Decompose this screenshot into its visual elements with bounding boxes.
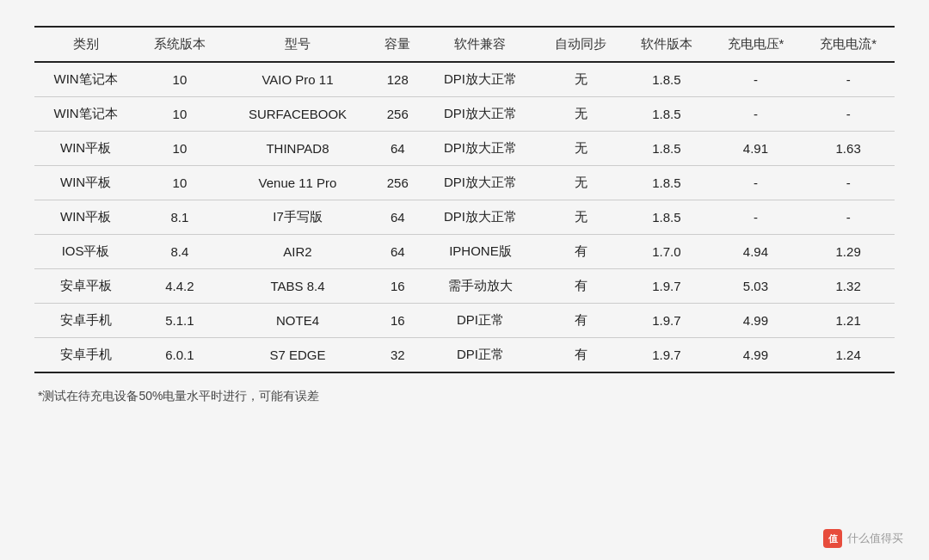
table-cell: 4.99	[710, 338, 803, 373]
table-row: WIN平板10Venue 11 Pro256DPI放大正常无1.8.5--	[34, 166, 895, 200]
table-row: WIN平板10THINPAD864DPI放大正常无1.8.54.911.63	[34, 132, 895, 166]
table-cell: 10	[137, 132, 223, 166]
table-cell: -	[802, 97, 895, 132]
table-cell: 1.24	[802, 338, 895, 373]
table-cell: 有	[538, 269, 624, 304]
table-cell: 8.4	[137, 235, 223, 269]
table-cell: 4.94	[710, 235, 803, 269]
table-cell: WIN笔记本	[34, 62, 137, 97]
table-cell: IOS平板	[34, 235, 137, 269]
table-cell: 安卓手机	[34, 338, 137, 373]
watermark: 值 什么值得买	[823, 529, 903, 548]
column-header: 充电电压*	[710, 27, 803, 62]
table-cell: 1.9.7	[624, 338, 710, 373]
table-cell: 需手动放大	[422, 269, 538, 304]
table-row: WIN平板8.1I7手写版64DPI放大正常无1.8.5--	[34, 200, 895, 235]
table-cell: 无	[538, 200, 624, 235]
footnote: *测试在待充电设备50%电量水平时进行，可能有误差	[34, 389, 895, 404]
table-cell: DPI放大正常	[422, 62, 538, 97]
table-cell: 16	[372, 304, 422, 338]
table-cell: 1.9.7	[624, 269, 710, 304]
table-cell: DPI放大正常	[422, 166, 538, 200]
table-cell: -	[710, 97, 803, 132]
table-cell: NOTE4	[223, 304, 373, 338]
table-cell: 10	[137, 62, 223, 97]
table-cell: AIR2	[223, 235, 373, 269]
table-cell: VAIO Pro 11	[223, 62, 373, 97]
table-row: IOS平板8.4AIR264IPHONE版有1.7.04.941.29	[34, 235, 895, 269]
table-cell: IPHONE版	[422, 235, 538, 269]
table-cell: -	[802, 166, 895, 200]
table-cell: 64	[372, 200, 422, 235]
table-cell: 4.4.2	[137, 269, 223, 304]
column-header: 软件兼容	[422, 27, 538, 62]
table-cell: 5.03	[710, 269, 803, 304]
table-cell: 5.1.1	[137, 304, 223, 338]
table-cell: 8.1	[137, 200, 223, 235]
table-cell: 1.8.5	[624, 200, 710, 235]
table-cell: 10	[137, 166, 223, 200]
compatibility-table: 类别系统版本型号容量软件兼容自动同步软件版本充电电压*充电电流* WIN笔记本1…	[34, 26, 895, 373]
column-header: 型号	[223, 27, 373, 62]
table-cell: WIN平板	[34, 166, 137, 200]
table-wrapper: 类别系统版本型号容量软件兼容自动同步软件版本充电电压*充电电流* WIN笔记本1…	[34, 26, 895, 404]
table-cell: I7手写版	[223, 200, 373, 235]
table-cell: 无	[538, 62, 624, 97]
table-header-row: 类别系统版本型号容量软件兼容自动同步软件版本充电电压*充电电流*	[34, 27, 895, 62]
table-cell: 1.8.5	[624, 166, 710, 200]
table-cell: Venue 11 Pro	[223, 166, 373, 200]
watermark-text: 什么值得买	[847, 531, 903, 546]
column-header: 系统版本	[137, 27, 223, 62]
column-header: 容量	[372, 27, 422, 62]
table-cell: 安卓平板	[34, 269, 137, 304]
table-cell: 有	[538, 235, 624, 269]
table-row: 安卓平板4.4.2TABS 8.416需手动放大有1.9.75.031.32	[34, 269, 895, 304]
table-cell: WIN平板	[34, 200, 137, 235]
table-cell: 无	[538, 166, 624, 200]
column-header: 自动同步	[538, 27, 624, 62]
table-cell: THINPAD8	[223, 132, 373, 166]
table-cell: 1.7.0	[624, 235, 710, 269]
table-cell: WIN平板	[34, 132, 137, 166]
table-row: WIN笔记本10SURFACEBOOK256DPI放大正常无1.8.5--	[34, 97, 895, 132]
table-cell: SURFACEBOOK	[223, 97, 373, 132]
table-cell: 有	[538, 338, 624, 373]
table-cell: 128	[372, 62, 422, 97]
table-cell: 安卓手机	[34, 304, 137, 338]
column-header: 类别	[34, 27, 137, 62]
table-cell: TABS 8.4	[223, 269, 373, 304]
table-cell: WIN笔记本	[34, 97, 137, 132]
table-cell: -	[710, 62, 803, 97]
table-cell: 1.29	[802, 235, 895, 269]
table-cell: 256	[372, 97, 422, 132]
column-header: 软件版本	[624, 27, 710, 62]
table-cell: 1.9.7	[624, 304, 710, 338]
column-header: 充电电流*	[802, 27, 895, 62]
table-cell: 6.0.1	[137, 338, 223, 373]
table-cell: 4.91	[710, 132, 803, 166]
table-row: 安卓手机6.0.1S7 EDGE32DPI正常有1.9.74.991.24	[34, 338, 895, 373]
table-cell: DPI放大正常	[422, 132, 538, 166]
table-cell: 1.32	[802, 269, 895, 304]
table-cell: 16	[372, 269, 422, 304]
table-cell: 有	[538, 304, 624, 338]
table-cell: -	[710, 200, 803, 235]
table-cell: 1.8.5	[624, 132, 710, 166]
table-cell: 32	[372, 338, 422, 373]
table-cell: 无	[538, 132, 624, 166]
table-cell: S7 EDGE	[223, 338, 373, 373]
table-cell: -	[802, 200, 895, 235]
table-cell: DPI正常	[422, 338, 538, 373]
table-row: 安卓手机5.1.1NOTE416DPI正常有1.9.74.991.21	[34, 304, 895, 338]
table-cell: DPI放大正常	[422, 97, 538, 132]
table-cell: 1.8.5	[624, 62, 710, 97]
table-cell: DPI放大正常	[422, 200, 538, 235]
table-cell: 1.63	[802, 132, 895, 166]
table-cell: 256	[372, 166, 422, 200]
table-cell: DPI正常	[422, 304, 538, 338]
table-row: WIN笔记本10VAIO Pro 11128DPI放大正常无1.8.5--	[34, 62, 895, 97]
table-cell: 4.99	[710, 304, 803, 338]
table-cell: 64	[372, 235, 422, 269]
table-cell: 1.21	[802, 304, 895, 338]
watermark-icon: 值	[823, 529, 842, 548]
